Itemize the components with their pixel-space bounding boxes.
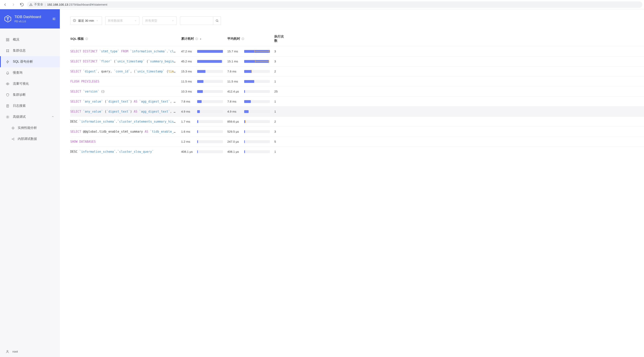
nav-overview[interactable]: 概况 bbox=[0, 34, 60, 45]
exec-count: 1 bbox=[274, 110, 286, 113]
avg-latency: 412.4 µs bbox=[227, 90, 244, 93]
col-sql[interactable]: SQL 模板 bbox=[70, 37, 181, 41]
svg-line-33 bbox=[218, 21, 218, 22]
sum-latency: 1.2 ms bbox=[181, 140, 197, 143]
sum-latency: 4.9 ms bbox=[181, 110, 197, 113]
table-header: SQL 模板 累计耗时 平均耗时 执行次数 bbox=[70, 34, 644, 46]
avg-latency-bar bbox=[244, 90, 274, 93]
avg-latency: 408.1 µs bbox=[227, 150, 244, 153]
nav-label: 日志搜索 bbox=[13, 104, 26, 108]
type-placeholder: 所有类型 bbox=[145, 19, 157, 23]
info-icon bbox=[85, 37, 88, 40]
sum-latency-bar bbox=[197, 60, 227, 63]
grid-icon bbox=[6, 38, 10, 42]
logo-icon bbox=[4, 15, 12, 23]
avg-latency-bar bbox=[244, 140, 274, 143]
table-row[interactable]: SELECT DISTINCT `floor` (`unix_timestamp… bbox=[70, 56, 644, 66]
avg-latency-bar bbox=[244, 50, 274, 53]
table-row[interactable]: SELECT DISTINCT `stmt_type` FROM `inform… bbox=[70, 46, 644, 56]
col-avg-latency[interactable]: 平均耗时 bbox=[227, 37, 274, 41]
table-row[interactable]: SELECT `any_value` (`digest_text`) AS `a… bbox=[70, 96, 644, 106]
database-select[interactable]: 所有数据库 bbox=[105, 16, 139, 25]
sum-latency-bar bbox=[197, 150, 227, 153]
nav-label: 集群诊断 bbox=[13, 93, 26, 97]
nav-slow-query[interactable]: 慢查询 bbox=[0, 67, 60, 78]
table-row[interactable]: SELECT `digest`, query, `conn_id`, (`uni… bbox=[70, 66, 644, 76]
search-button[interactable] bbox=[213, 17, 221, 25]
filters-toolbar: 最近 30 min 所有数据库 所有类型 bbox=[70, 16, 644, 25]
sum-latency-bar bbox=[197, 130, 227, 133]
col-exec-count[interactable]: 执行次数 bbox=[274, 34, 286, 43]
nav-sub-label: 内部调试数据 bbox=[18, 137, 37, 141]
sum-latency: 7.8 ms bbox=[181, 100, 197, 103]
sidebar-user[interactable]: root bbox=[0, 346, 60, 357]
sidebar-header: TiDB Dashboard PD v5.1.0 bbox=[0, 9, 60, 28]
exec-count: 2 bbox=[274, 70, 286, 73]
browser-reload-button[interactable] bbox=[18, 1, 25, 8]
sum-latency-bar bbox=[197, 120, 227, 123]
table-row[interactable]: SELECT `version` ()10.3 ms412.4 µs25 bbox=[70, 86, 644, 96]
nav-profiling[interactable]: 实例性能分析 bbox=[0, 122, 60, 133]
nav-keyviz[interactable]: 流量可视化 bbox=[0, 78, 60, 89]
table-row[interactable]: FLUSH PRIVILEGES11.5 ms11.5 ms1 bbox=[70, 76, 644, 86]
time-range-label: 最近 30 min bbox=[78, 19, 94, 23]
svg-rect-1 bbox=[31, 5, 31, 5]
nav-debug-data[interactable]: 内部调试数据 bbox=[0, 133, 60, 144]
svg-point-21 bbox=[12, 127, 14, 129]
svg-marker-14 bbox=[6, 60, 9, 63]
api-icon bbox=[11, 137, 15, 141]
nav-diagnose[interactable]: 集群诊断 bbox=[0, 89, 60, 100]
type-select[interactable]: 所有类型 bbox=[142, 16, 177, 25]
nav-sub-label: 实例性能分析 bbox=[18, 126, 37, 130]
cluster-icon bbox=[6, 49, 10, 53]
avg-latency: 7.8 ms bbox=[227, 100, 244, 103]
browser-back-button[interactable] bbox=[2, 1, 8, 8]
nav-cluster-info[interactable]: 集群信息 bbox=[0, 45, 60, 56]
nav-label: 集群信息 bbox=[13, 48, 26, 53]
svg-rect-8 bbox=[6, 40, 7, 41]
svg-rect-0 bbox=[31, 4, 31, 5]
col-sum-latency[interactable]: 累计耗时 bbox=[181, 37, 227, 41]
sum-latency-bar bbox=[197, 90, 227, 93]
sum-latency: 408.1 µs bbox=[181, 150, 197, 153]
address-bar[interactable]: 不安全 | 192.168.100.13:2379/dashboard/#/st… bbox=[27, 1, 642, 8]
table-row[interactable]: DESC `information_schema`.`cluster_slow_… bbox=[70, 146, 644, 157]
user-name: root bbox=[12, 350, 18, 354]
chevron-down-icon bbox=[134, 19, 137, 22]
nav-sql-statements[interactable]: SQL 语句分析 bbox=[0, 56, 60, 67]
table-row[interactable]: SHOW DATABASES1.2 ms247.0 µs5 bbox=[70, 136, 644, 146]
sidebar: TiDB Dashboard PD v5.1.0 概况 集群信息 SQL 语句分… bbox=[0, 9, 60, 357]
nav-label: 流量可视化 bbox=[13, 82, 29, 86]
avg-latency-bar bbox=[244, 150, 274, 153]
nav-debug[interactable]: 高级调试 bbox=[0, 111, 60, 122]
bell-icon bbox=[6, 71, 10, 75]
table-row[interactable]: DESC `information_schema`.`cluster_state… bbox=[70, 116, 644, 126]
sidebar-collapse-button[interactable] bbox=[52, 16, 57, 21]
avg-latency-bar bbox=[244, 80, 274, 83]
sum-latency: 1.7 ms bbox=[181, 120, 197, 123]
table-row[interactable]: SELECT @@global.tidb_enable_stmt_summary… bbox=[70, 126, 644, 136]
svg-rect-9 bbox=[8, 40, 9, 41]
avg-latency: 15.1 ms bbox=[227, 60, 244, 63]
sum-latency: 47.2 ms bbox=[181, 49, 197, 53]
nav-label: 概况 bbox=[13, 37, 19, 42]
search-input[interactable] bbox=[180, 17, 211, 25]
avg-latency: 11.5 ms bbox=[227, 80, 244, 83]
exec-count: 3 bbox=[274, 130, 286, 133]
sql-template: DESC `information_schema`.`cluster_state… bbox=[70, 120, 181, 123]
logo: TiDB Dashboard PD v5.1.0 bbox=[4, 15, 41, 23]
nav-search-logs[interactable]: 日志搜索 bbox=[0, 100, 60, 111]
avg-latency: 15.7 ms bbox=[227, 49, 244, 53]
avg-latency-bar bbox=[244, 110, 274, 113]
sum-latency: 10.3 ms bbox=[181, 90, 197, 93]
avg-latency: 529.5 µs bbox=[227, 130, 244, 133]
avg-latency: 4.9 ms bbox=[227, 110, 244, 113]
svg-rect-6 bbox=[6, 38, 7, 39]
svg-point-22 bbox=[13, 128, 14, 128]
time-range-select[interactable]: 最近 30 min bbox=[70, 16, 102, 25]
browser-forward-button[interactable] bbox=[10, 1, 17, 8]
search-box[interactable] bbox=[180, 16, 221, 25]
avg-latency-bar bbox=[244, 100, 274, 103]
target-icon bbox=[11, 126, 15, 130]
table-row[interactable]: SELECT `any_value` (`digest_text`) AS `a… bbox=[70, 106, 644, 116]
